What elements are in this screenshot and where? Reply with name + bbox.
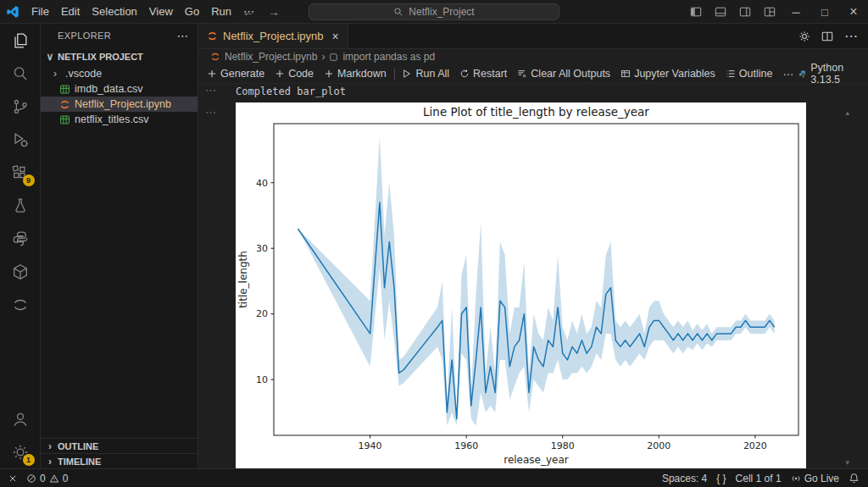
project-root[interactable]: ∨ NETFLIX PROJECT <box>41 47 198 66</box>
activity-search[interactable] <box>0 57 41 90</box>
explorer-more-actions-icon[interactable]: ⋯ <box>177 29 189 42</box>
toolbar-more-actions-icon[interactable]: ⋯ <box>777 66 798 82</box>
activity-accounts[interactable] <box>0 402 41 435</box>
tab-netflix-project[interactable]: Netflix_Project.ipynb × <box>198 24 348 48</box>
menu-go[interactable]: Go <box>179 3 205 20</box>
vscode-logo-icon <box>0 5 25 19</box>
sidebar-item-netflix-csv[interactable]: netflix_titles.csv <box>41 112 198 127</box>
title-bar: File Edit Selection View Go Run ⋯ ← → Ne… <box>0 0 868 24</box>
activity-extensions[interactable]: 9 <box>0 156 41 189</box>
broadcast-icon <box>791 473 801 484</box>
cell-indicator[interactable]: Cell 1 of 1 <box>736 473 782 484</box>
activity-run-debug[interactable] <box>0 123 41 156</box>
outline-label: Outline <box>739 68 773 80</box>
scroll-up-icon[interactable]: ▴ <box>845 108 849 117</box>
menu-run[interactable]: Run <box>205 3 237 20</box>
editor-more-actions-icon[interactable]: ⋯ <box>844 28 858 44</box>
problems-indicator[interactable]: 0 0 <box>26 473 68 484</box>
clear-all-outputs-button[interactable]: Clear All Outputs <box>512 66 615 81</box>
tab-label: Netflix_Project.ipynb <box>223 30 324 42</box>
nav-back-icon[interactable]: ← <box>242 5 254 19</box>
generate-button[interactable]: Generate <box>202 66 270 81</box>
svg-text:30: 30 <box>256 243 268 254</box>
jupyter-notebook-icon <box>59 99 70 110</box>
add-markdown-button[interactable]: Markdown <box>319 66 392 81</box>
remote-indicator-icon[interactable] <box>8 474 17 483</box>
menu-file[interactable]: File <box>25 3 55 20</box>
csv-file-icon <box>59 84 70 95</box>
notebook-settings-gear-icon[interactable] <box>798 30 810 42</box>
menu-bar: File Edit Selection View Go Run ⋯ <box>25 3 260 20</box>
jupyter-variables-button[interactable]: Jupyter Variables <box>615 66 721 81</box>
customize-layout-icon[interactable] <box>757 0 782 24</box>
svg-text:2000: 2000 <box>647 440 670 451</box>
python-icon <box>11 230 30 248</box>
sidebar-item-notebook[interactable]: Netflix_Project.ipynb <box>41 97 198 112</box>
run-debug-icon <box>11 130 30 149</box>
settings-badge: 1 <box>23 454 35 466</box>
go-live-button[interactable]: Go Live <box>791 473 839 484</box>
variables-icon <box>620 69 631 79</box>
scroll-down-icon[interactable]: ▾ <box>845 458 849 467</box>
jupyter-notebook-icon <box>207 30 218 42</box>
warning-icon <box>49 473 59 484</box>
folder-name: .vscode <box>65 68 102 80</box>
code-cell-icon <box>329 53 338 62</box>
minimize-button[interactable]: ─ <box>782 0 810 24</box>
nav-forward-icon[interactable]: → <box>268 5 280 19</box>
toggle-sidebar-icon[interactable] <box>683 0 708 24</box>
file-name: imdb_data.csv <box>75 83 143 95</box>
flask-icon <box>11 196 30 215</box>
activity-jupyter[interactable] <box>0 288 41 321</box>
activity-explorer[interactable] <box>0 24 41 57</box>
notifications-bell-icon[interactable] <box>849 473 860 484</box>
run-all-button[interactable]: Run All <box>397 66 454 81</box>
outline-button[interactable]: Outline <box>721 66 778 81</box>
activity-packages[interactable] <box>0 255 41 288</box>
split-editor-icon[interactable] <box>821 30 833 42</box>
activity-settings[interactable]: 1 <box>0 435 41 468</box>
error-count: 0 <box>40 473 46 484</box>
activity-python[interactable] <box>0 222 41 255</box>
breadcrumb: Netflix_Project.ipynb › import pandas as… <box>198 49 868 64</box>
menu-view[interactable]: View <box>143 3 179 20</box>
breadcrumb-file[interactable]: Netflix_Project.ipynb <box>225 51 317 63</box>
braces-indicator[interactable]: { } <box>716 473 726 484</box>
outline-section[interactable]: › OUTLINE <box>41 438 198 453</box>
toggle-secondary-sidebar-icon[interactable] <box>732 0 757 24</box>
sidebar-item-vscode-folder[interactable]: › .vscode <box>41 66 198 81</box>
command-center[interactable]: Netflix_Project <box>309 3 559 20</box>
explorer-sidebar: EXPLORER ⋯ ∨ NETFLIX PROJECT › .vscode i… <box>41 24 198 468</box>
menu-selection[interactable]: Selection <box>86 3 142 20</box>
outline-section-label: OUTLINE <box>58 441 98 451</box>
notebook-cells: ⋯ Completed bar_plot ⋯ 19401960198020002… <box>198 84 868 468</box>
sidebar-title: EXPLORER <box>58 30 111 41</box>
activity-testing[interactable] <box>0 189 41 222</box>
output-toolbar-more-icon[interactable]: ⋯ <box>205 106 217 119</box>
toggle-panel-icon[interactable] <box>708 0 732 24</box>
cell-toolbar-more-icon[interactable]: ⋯ <box>205 84 217 97</box>
svg-text:10: 10 <box>256 374 268 385</box>
editor-actions: ⋯ <box>798 24 868 48</box>
tab-close-icon[interactable]: × <box>332 30 339 43</box>
restart-button[interactable]: Restart <box>454 66 512 81</box>
clear-outputs-icon <box>517 69 527 79</box>
file-name: Netflix_Project.ipynb <box>75 98 171 110</box>
svg-text:title_length: title_length <box>237 251 249 308</box>
sidebar-item-imdb-csv[interactable]: imdb_data.csv <box>41 81 198 97</box>
kernel-picker[interactable]: Python 3.13.5 <box>798 62 868 86</box>
breadcrumb-cell[interactable]: import pandas as pd <box>342 51 435 63</box>
editor-group: Netflix_Project.ipynb × ⋯ Netflix_Projec… <box>198 24 868 468</box>
maximize-button[interactable]: □ <box>810 0 839 24</box>
chevron-down-icon: ∨ <box>44 51 56 63</box>
close-button[interactable]: × <box>839 0 868 24</box>
timeline-section[interactable]: › TIMELINE <box>41 453 198 468</box>
jupyter-notebook-icon <box>210 52 220 62</box>
extensions-badge: 9 <box>23 174 35 186</box>
window-controls: ─ □ × <box>683 0 868 24</box>
menu-edit[interactable]: Edit <box>55 3 86 20</box>
add-code-label: Code <box>288 68 314 80</box>
activity-source-control[interactable] <box>0 90 41 123</box>
indent-indicator[interactable]: Spaces: 4 <box>662 473 707 484</box>
add-code-button[interactable]: Code <box>270 66 319 81</box>
